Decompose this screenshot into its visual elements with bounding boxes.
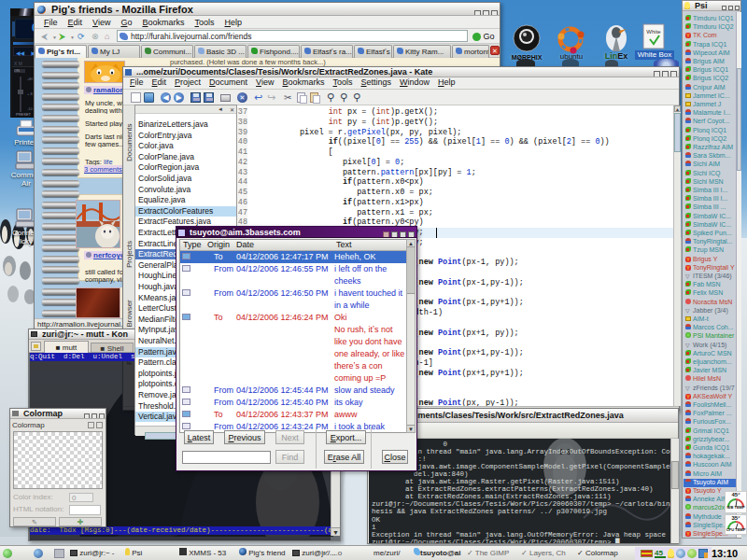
svg-text:White: White (646, 29, 661, 35)
